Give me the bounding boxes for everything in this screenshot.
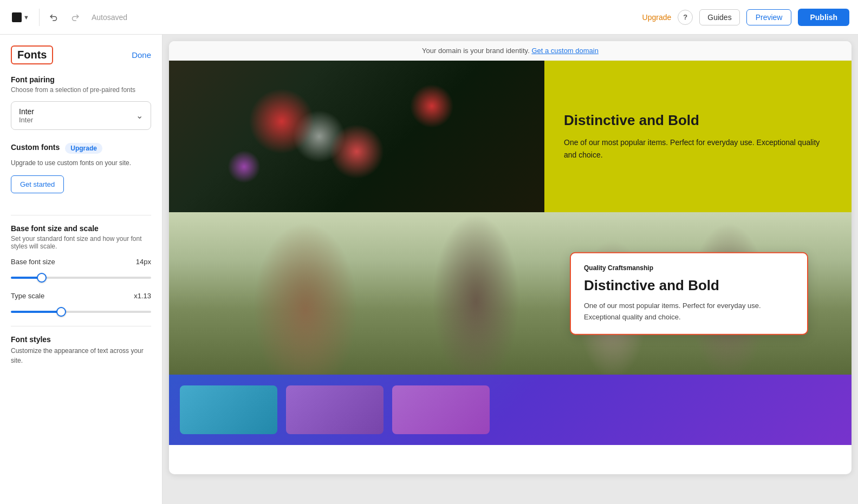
font-pairing-desc: Choose from a selection of pre-paired fo… bbox=[11, 86, 151, 94]
guides-button[interactable]: Guides bbox=[699, 9, 739, 25]
salad-image bbox=[169, 61, 544, 212]
type-scale-label: Type scale bbox=[11, 292, 44, 300]
type-scale-slider-container bbox=[11, 305, 151, 315]
blue-card-1 bbox=[180, 385, 277, 434]
panel-divider-1 bbox=[11, 215, 151, 215]
card-body: One of our most popular items. Perfect f… bbox=[584, 300, 794, 323]
get-started-button[interactable]: Get started bbox=[11, 175, 64, 193]
panel-header: Fonts Done bbox=[11, 45, 151, 64]
section-yellow-text: Distinctive and Bold One of our most pop… bbox=[544, 61, 851, 212]
section-blue bbox=[169, 375, 851, 445]
toolbar-divider bbox=[39, 9, 40, 26]
upgrade-link[interactable]: Upgrade bbox=[642, 13, 672, 22]
base-font-title: Base font size and scale bbox=[11, 224, 151, 233]
card-heading: Distinctive and Bold bbox=[584, 277, 794, 294]
undo-button[interactable] bbox=[46, 9, 62, 25]
font-pairing-title: Font pairing bbox=[11, 75, 151, 84]
blue-card-2 bbox=[286, 385, 384, 434]
base-font-section: Base font size and scale Set your standa… bbox=[11, 224, 151, 315]
panel-divider-2 bbox=[11, 326, 151, 326]
font-selector-names: Inter Inter bbox=[19, 107, 34, 124]
toolbar: ▼ Autosaved Upgrade ? Guides Preview Pub… bbox=[0, 0, 858, 35]
base-font-size-value: 14px bbox=[136, 258, 151, 266]
publish-button[interactable]: Publish bbox=[798, 9, 849, 26]
card-overlay: Quality Craftsmanship Distinctive and Bo… bbox=[570, 252, 808, 335]
custom-fonts-header: Custom fonts Upgrade bbox=[11, 143, 151, 154]
panel-title: Fonts bbox=[11, 45, 53, 64]
help-button[interactable]: ? bbox=[678, 10, 693, 25]
type-scale-row: Type scale x1.13 bbox=[11, 292, 151, 300]
redo-button[interactable] bbox=[67, 9, 83, 25]
canvas-inner: Your domain is your brand identity. Get … bbox=[169, 41, 851, 474]
custom-fonts-title: Custom fonts bbox=[11, 143, 60, 152]
domain-banner: Your domain is your brand identity. Get … bbox=[169, 41, 851, 61]
section1-body: One of our most popular items. Perfect f… bbox=[564, 136, 832, 161]
font-selector-dropdown[interactable]: Inter Inter ⌄ bbox=[11, 101, 151, 130]
domain-link[interactable]: Get a custom domain bbox=[531, 47, 599, 55]
card-badge: Quality Craftsmanship bbox=[584, 264, 794, 272]
secondary-font-name: Inter bbox=[19, 116, 34, 124]
blue-card-3 bbox=[392, 385, 490, 434]
main-layout: Fonts Done Font pairing Choose from a se… bbox=[0, 35, 858, 504]
done-button[interactable]: Done bbox=[132, 50, 151, 60]
left-panel: Fonts Done Font pairing Choose from a se… bbox=[0, 35, 162, 504]
custom-fonts-upgrade-badge[interactable]: Upgrade bbox=[65, 143, 102, 154]
chevron-down-icon: ⌄ bbox=[136, 110, 143, 121]
font-styles-section: Font styles Customize the appearance of … bbox=[11, 335, 151, 365]
custom-fonts-section: Custom fonts Upgrade Upgrade to use cust… bbox=[11, 143, 151, 206]
canvas-area: Your domain is your brand identity. Get … bbox=[162, 35, 858, 504]
toolbar-left: ▼ Autosaved bbox=[9, 9, 127, 26]
base-font-size-row: Base font size 14px bbox=[11, 258, 151, 266]
domain-banner-text: Your domain is your brand identity. bbox=[422, 47, 530, 55]
custom-fonts-desc: Upgrade to use custom fonts on your site… bbox=[11, 158, 151, 168]
font-styles-desc: Customize the appearance of text across … bbox=[11, 346, 151, 365]
preview-button[interactable]: Preview bbox=[746, 9, 792, 25]
primary-font-name: Inter bbox=[19, 107, 34, 116]
type-scale-value: x1.13 bbox=[134, 292, 151, 300]
section-yellow: Distinctive and Bold One of our most pop… bbox=[169, 61, 851, 212]
font-styles-title: Font styles bbox=[11, 335, 151, 344]
black-square-icon bbox=[12, 12, 22, 22]
type-scale-slider[interactable] bbox=[11, 311, 151, 313]
autosaved-status: Autosaved bbox=[92, 13, 127, 22]
base-font-size-slider[interactable] bbox=[11, 277, 151, 279]
section1-heading: Distinctive and Bold bbox=[564, 112, 832, 129]
base-font-size-label: Base font size bbox=[11, 258, 55, 266]
device-selector-button[interactable]: ▼ bbox=[9, 9, 32, 25]
section-family: Quality Craftsmanship Distinctive and Bo… bbox=[169, 212, 851, 375]
salad-image-placeholder bbox=[169, 61, 544, 212]
base-font-desc: Set your standard font size and how your… bbox=[11, 235, 151, 250]
base-font-slider-container bbox=[11, 271, 151, 281]
font-pairing-section: Font pairing Choose from a selection of … bbox=[11, 75, 151, 130]
toolbar-right: Upgrade ? Guides Preview Publish bbox=[642, 9, 849, 26]
dropdown-arrow-icon: ▼ bbox=[23, 14, 29, 21]
